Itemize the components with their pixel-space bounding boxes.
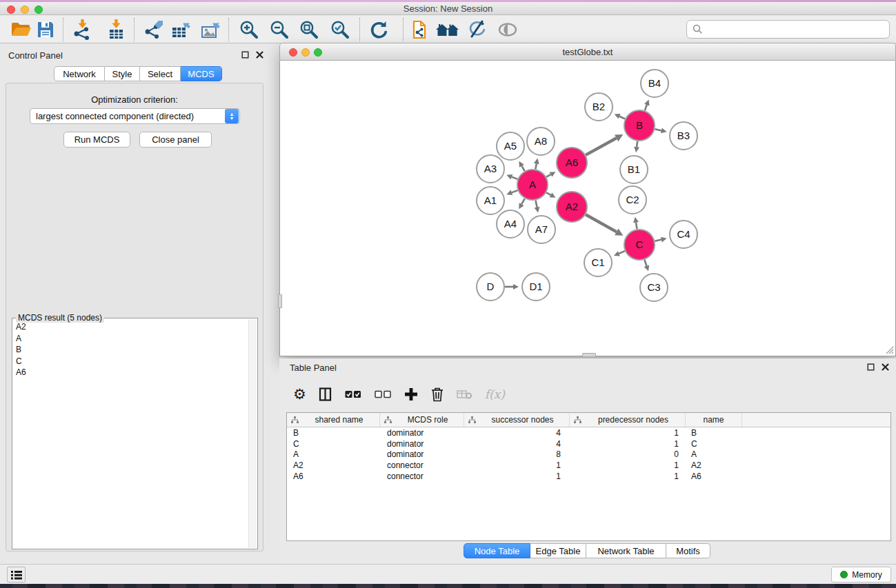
column-header-shared-name[interactable]: shared name xyxy=(287,413,380,427)
export-image-icon xyxy=(199,19,221,40)
result-item[interactable]: A6 xyxy=(16,367,248,378)
splitter-handle[interactable] xyxy=(278,294,282,308)
resize-grip-icon[interactable] xyxy=(884,345,894,354)
graph-edge[interactable] xyxy=(512,177,518,179)
graph-edge[interactable] xyxy=(644,260,646,266)
mcds-result-list[interactable]: A2 A B C A6 xyxy=(14,321,248,547)
export-network-button[interactable] xyxy=(141,19,163,41)
import-network-button[interactable] xyxy=(71,19,93,41)
tab-select[interactable]: Select xyxy=(140,66,181,81)
table-row[interactable]: B dominator 4 1 B xyxy=(287,427,890,438)
graph-edge[interactable] xyxy=(655,240,661,241)
table-row[interactable]: A dominator 8 0 A xyxy=(287,449,890,460)
import-table-icon xyxy=(106,19,126,40)
zoom-selected-button[interactable] xyxy=(329,19,351,41)
tab-network-table[interactable]: Network Table xyxy=(586,543,666,558)
tab-style[interactable]: Style xyxy=(105,66,140,81)
session-titlebar[interactable]: Session: New Session xyxy=(0,2,896,15)
result-scrollbar[interactable] xyxy=(248,319,257,548)
close-panel-icon[interactable] xyxy=(882,363,889,371)
open-session-button[interactable] xyxy=(10,19,32,41)
zoom-selected-icon xyxy=(330,19,350,40)
task-history-button[interactable] xyxy=(7,567,26,582)
result-item[interactable]: C xyxy=(16,356,248,367)
edge-arrowhead xyxy=(661,128,667,134)
home-view-button[interactable] xyxy=(435,19,461,41)
table-settings-button[interactable]: ⚙ xyxy=(293,387,306,401)
main-toolbar xyxy=(0,15,896,43)
float-panel-icon[interactable] xyxy=(867,363,875,371)
clone-network-button[interactable] xyxy=(409,19,431,41)
refresh-view-button[interactable] xyxy=(368,19,390,41)
export-table-button[interactable] xyxy=(170,19,192,41)
column-layout-button[interactable] xyxy=(319,387,332,401)
graph-edge[interactable] xyxy=(536,201,537,207)
table-header-row: shared name MCDS role successor nodes pr… xyxy=(287,413,890,427)
import-table-button[interactable] xyxy=(105,19,127,41)
float-panel-icon[interactable] xyxy=(241,51,249,59)
table-row[interactable]: A2 connector 1 1 A2 xyxy=(287,460,890,471)
close-panel-button[interactable]: Close panel xyxy=(139,132,212,148)
graph-edge[interactable] xyxy=(637,141,637,147)
graph-edge[interactable] xyxy=(512,190,518,192)
toolbar-separator xyxy=(63,18,63,41)
hide-panels-button[interactable] xyxy=(466,19,488,41)
network-window-titlebar[interactable]: testGlobe.txt xyxy=(279,43,896,61)
graph-edge[interactable] xyxy=(636,223,637,230)
graph-edge[interactable] xyxy=(645,105,647,110)
graph-edge[interactable] xyxy=(655,129,661,130)
node-label: B1 xyxy=(628,163,640,175)
save-session-button[interactable] xyxy=(34,19,57,41)
tab-network[interactable]: Network xyxy=(54,66,105,81)
zoom-in-button[interactable] xyxy=(238,19,260,41)
column-header-successor-nodes[interactable]: successor nodes xyxy=(464,413,570,427)
graph-edge[interactable] xyxy=(521,199,525,204)
delete-column-button[interactable] xyxy=(430,387,444,402)
deselect-all-columns-button[interactable] xyxy=(375,389,392,399)
result-item[interactable]: B xyxy=(16,344,248,356)
edge-arrowhead xyxy=(633,217,639,223)
node-label: C xyxy=(636,239,644,250)
select-all-columns-button[interactable] xyxy=(345,389,362,399)
run-mcds-button[interactable]: Run MCDS xyxy=(63,132,130,148)
splitter-handle[interactable] xyxy=(582,353,596,357)
graph-edge[interactable] xyxy=(586,138,617,155)
edge-arrowhead xyxy=(644,265,650,271)
graph-edge[interactable] xyxy=(619,116,625,119)
close-panel-icon[interactable] xyxy=(256,51,263,59)
graph-edge[interactable] xyxy=(546,174,550,177)
criterion-dropdown[interactable]: largest connected component (directed) ▲… xyxy=(30,108,240,124)
graph-edge[interactable] xyxy=(619,251,625,254)
result-item[interactable]: A2 xyxy=(16,321,248,333)
tab-mcds[interactable]: MCDS xyxy=(181,66,222,81)
graph-edge[interactable] xyxy=(535,163,537,169)
add-column-button[interactable] xyxy=(404,387,418,401)
save-icon xyxy=(36,20,55,39)
tab-edge-table[interactable]: Edge Table xyxy=(530,543,586,558)
graph-edge[interactable] xyxy=(546,192,550,195)
export-image-button[interactable] xyxy=(199,19,221,41)
slashed-pen-icon xyxy=(466,19,487,40)
zoom-fit-button[interactable] xyxy=(298,19,320,41)
delete-table-button[interactable] xyxy=(457,389,472,400)
toolbar-separator xyxy=(403,18,404,41)
search-input[interactable] xyxy=(707,23,889,37)
tab-motifs[interactable]: Motifs xyxy=(666,543,710,558)
column-header-mcds-role[interactable]: MCDS role xyxy=(380,413,464,427)
network-graph[interactable]: B4B2BB3A5A8A6B1A3AA1C2A2A4A7C4CC1C3DD1 xyxy=(280,61,895,355)
toggle-view-button[interactable] xyxy=(497,19,519,41)
graph-edge[interactable] xyxy=(521,166,524,171)
graph-edge[interactable] xyxy=(586,214,617,232)
column-header-predecessor-nodes[interactable]: predecessor nodes xyxy=(570,413,686,427)
function-builder-button[interactable]: f(x) xyxy=(485,387,505,401)
table-row[interactable]: A6 connector 1 1 A6 xyxy=(287,471,890,482)
column-header-name[interactable]: name xyxy=(686,413,742,427)
memory-status-button[interactable]: Memory xyxy=(831,567,891,582)
export-network-icon xyxy=(142,19,163,40)
zoom-out-button[interactable] xyxy=(268,19,290,41)
search-field[interactable] xyxy=(686,20,890,39)
network-canvas[interactable]: B4B2BB3A5A8A6B1A3AA1C2A2A4A7C4CC1C3DD1 xyxy=(279,61,896,356)
tab-node-table[interactable]: Node Table xyxy=(464,543,530,558)
result-item[interactable]: A xyxy=(16,333,248,345)
table-row[interactable]: C dominator 4 1 C xyxy=(287,438,890,449)
